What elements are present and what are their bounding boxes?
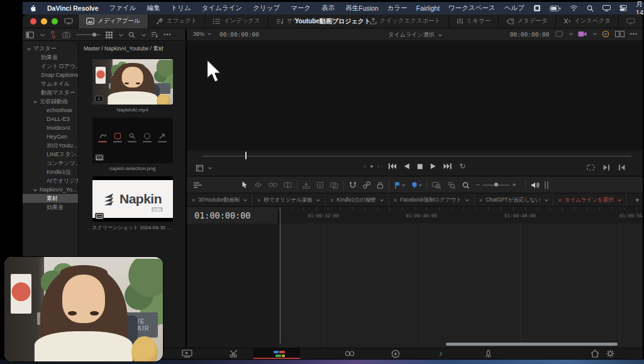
timeline-playhead[interactable]: [280, 207, 280, 344]
clip-thumbnail-image[interactable]: Napkinbeta: [92, 176, 173, 222]
index-toggle-button[interactable]: インデックス: [204, 14, 267, 28]
screen-mirroring-icon[interactable]: [602, 5, 611, 11]
menu-clip[interactable]: クリップ: [253, 4, 280, 13]
bin-30min-youtube[interactable]: 30分Youtu...: [23, 141, 78, 150]
add-timeline-tab-button[interactable]: +: [626, 196, 643, 205]
bin-intro-outro[interactable]: イントロアウ...: [23, 62, 78, 71]
metadata-toggle-button[interactable]: メタデータ: [498, 14, 555, 28]
viewer-timecode-right[interactable]: 00:00:00:00: [510, 31, 550, 38]
viewer-crop-icon[interactable]: [196, 164, 204, 172]
custom-zoom-icon[interactable]: [432, 181, 441, 189]
bin-heygen[interactable]: HeyGen: [23, 132, 78, 141]
viewer-zoom-select[interactable]: 39%: [193, 31, 211, 37]
bin-snap-captions[interactable]: Snap Captions: [23, 71, 78, 79]
dual-viewer-icon[interactable]: [615, 31, 625, 37]
menu-help[interactable]: ヘルプ: [504, 4, 525, 13]
close-tab-icon[interactable]: ×: [394, 197, 397, 203]
unlink-clips-icon[interactable]: [50, 31, 57, 38]
project-settings-gear-icon[interactable]: [606, 350, 614, 358]
input-source-icon[interactable]: [533, 4, 541, 12]
loop-playback-button[interactable]: ↻: [459, 162, 465, 170]
deliver-page-icon[interactable]: [484, 350, 492, 358]
timeline-tracks-area[interactable]: [187, 224, 643, 348]
menu-app-name[interactable]: DaVinci Resolve: [47, 4, 99, 12]
menu-view[interactable]: 表示: [321, 4, 335, 13]
effects-toggle-button[interactable]: エフェクト: [148, 14, 205, 28]
trim-edit-mode-icon[interactable]: [254, 181, 262, 188]
spotlight-search-icon[interactable]: [587, 5, 594, 12]
gamut-chevron-icon[interactable]: [569, 31, 573, 35]
bin-thumbnail[interactable]: サムネイル: [23, 79, 78, 88]
tab-chevron-icon[interactable]: [465, 198, 469, 202]
marker-color-chevron-icon[interactable]: [418, 183, 422, 186]
bin-kindle-no1[interactable]: Kindle1位: [23, 168, 78, 176]
tab-chevron-icon[interactable]: [243, 198, 247, 202]
thumbnail-size-slider[interactable]: [76, 34, 100, 35]
loop-region-icon[interactable]: [587, 164, 595, 171]
scrubber-track[interactable]: [203, 156, 631, 157]
position-lock-icon[interactable]: [377, 181, 384, 189]
quick-export-button[interactable]: クイックエクスポート: [362, 14, 448, 28]
menu-file[interactable]: ファイル: [109, 4, 136, 13]
media-pool-more-options[interactable]: •••: [164, 31, 171, 38]
fusion-page-icon[interactable]: [345, 350, 355, 358]
bin-napkinai-youtube[interactable]: NapkinAI_Yo...: [23, 185, 78, 194]
clip-napkin-selection-png[interactable]: napkin-selection.png: [92, 118, 173, 171]
clip-thumbnail-image[interactable]: [92, 118, 173, 163]
presenter-overlay-right-icon[interactable]: [618, 14, 643, 28]
project-home-icon[interactable]: [591, 350, 599, 358]
bin-video-master[interactable]: 動画マスター: [23, 88, 78, 97]
timeline-tab-5[interactable]: × ChatGPTが反応しない: [474, 194, 553, 206]
stop-button[interactable]: [417, 164, 423, 169]
snapping-magnet-icon[interactable]: [349, 181, 357, 189]
play-reverse-button[interactable]: [404, 163, 409, 169]
grid-view-icon[interactable]: [106, 31, 113, 38]
search-icon[interactable]: [128, 31, 135, 38]
scrubber-playhead[interactable]: [245, 152, 247, 159]
master-timecode[interactable]: 01:00:00:00: [187, 210, 250, 220]
linked-selection-icon[interactable]: [363, 181, 370, 189]
edit-page-icon-active[interactable]: [273, 350, 286, 358]
menu-fairlight[interactable]: Fairlight: [416, 4, 440, 12]
tab-chevron-icon[interactable]: [618, 198, 621, 202]
bin-source-footage[interactable]: 元収録動画: [23, 97, 78, 106]
tab-chevron-icon[interactable]: [316, 198, 320, 202]
search-chevron-icon[interactable]: [142, 31, 146, 36]
timeline-tab-3[interactable]: × Kindle1位の秘密: [325, 194, 389, 206]
viewer-scrubber[interactable]: [187, 151, 643, 161]
flag-color-chevron-icon[interactable]: [402, 183, 406, 186]
bin-sound-effects[interactable]: 効果音: [23, 53, 78, 62]
menu-timeline[interactable]: タイムライン: [202, 4, 242, 13]
clip-screenshot-napkin[interactable]: Napkinbeta スクリーンショット 2024-09-30 14.24.1.…: [92, 176, 173, 231]
timeline-tab-1[interactable]: × 30Youtube動画制: [187, 194, 252, 206]
apple-icon[interactable]: [30, 5, 36, 12]
minimize-window-button[interactable]: [41, 18, 47, 25]
full-extent-zoom-icon[interactable]: [462, 181, 470, 189]
overwrite-clip-icon[interactable]: [316, 181, 324, 189]
detail-zoom-icon[interactable]: [447, 181, 455, 189]
timeline-zoom-slider[interactable]: [482, 185, 510, 186]
bin-contents[interactable]: コンテンツ...: [23, 159, 78, 168]
close-tab-icon[interactable]: ×: [330, 197, 333, 203]
timeline-view-options-icon[interactable]: [193, 181, 203, 189]
timeline-viewer[interactable]: [187, 42, 643, 151]
battery-icon[interactable]: [550, 6, 561, 11]
collapse-chevron-icon[interactable]: [27, 47, 31, 50]
master-timecode-cell[interactable]: 01:00:00:00: [187, 207, 279, 224]
media-page-icon[interactable]: [182, 350, 192, 358]
viewer-more-options[interactable]: •••: [630, 31, 638, 37]
close-tab-icon[interactable]: ×: [479, 197, 482, 203]
bin-master[interactable]: マスター: [23, 44, 78, 53]
control-center-icon[interactable]: [619, 5, 627, 11]
close-window-button[interactable]: [30, 18, 36, 25]
insert-clip-icon[interactable]: [303, 181, 310, 189]
grid-view-chevron-icon[interactable]: [119, 31, 123, 36]
bin-invideoai[interactable]: InvideoAI: [23, 123, 78, 132]
grab-still-icon[interactable]: [62, 31, 70, 38]
timeline-tab-4[interactable]: × Facebook強制ログアウト: [389, 194, 474, 206]
gamut-indicator-icon[interactable]: [555, 31, 563, 37]
menu-mark[interactable]: マーク: [291, 4, 311, 13]
bin-dall-e3[interactable]: DALL-E3: [23, 115, 78, 123]
dynamic-trim-mode-icon[interactable]: [269, 181, 277, 188]
bin-echoshow[interactable]: echoshow: [23, 106, 78, 115]
